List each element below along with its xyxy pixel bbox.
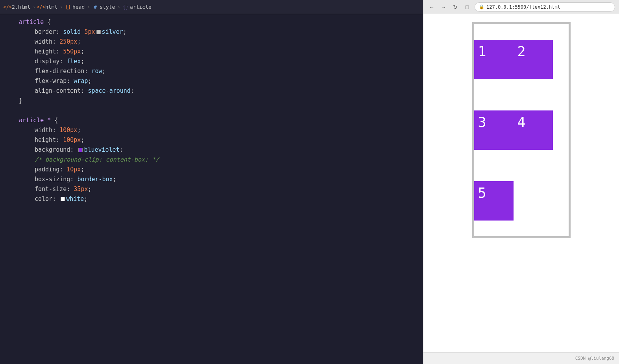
back-button[interactable]: ← (427, 3, 436, 11)
code-token-semi: ; (81, 136, 84, 143)
code-text: font-size: 35px; (35, 184, 92, 194)
code-token-property: width (35, 127, 52, 134)
code-line: } (0, 96, 423, 106)
reload-button[interactable]: ↻ (451, 3, 460, 11)
breadcrumb-separator: › (117, 4, 120, 10)
code-token-brace: { (54, 117, 58, 124)
code-line: display: flex; (0, 57, 423, 66)
code-token-semi: ; (81, 48, 84, 55)
code-token-colon: : (59, 58, 67, 65)
code-token-selector: article (19, 18, 47, 26)
tag-article-icon: {} (123, 4, 128, 10)
code-line: align-content: space-around; (0, 86, 423, 96)
code-text: width: 250px; (35, 37, 81, 46)
address-bar[interactable]: 🔒 127.0.0.1:5500/flex12.html (475, 2, 615, 12)
code-token-colon: : (70, 176, 77, 183)
code-text: height: 100px; (35, 135, 84, 145)
code-text: /* background-clip: content-box; */ (35, 155, 159, 164)
code-token-colon: : (52, 127, 59, 134)
code-token-property: padding (35, 166, 59, 173)
code-text: align-content: space-around; (35, 86, 134, 96)
code-area[interactable]: article {border: solid 5pxsilver;width: … (0, 14, 423, 364)
code-token-value-num: 100px (59, 127, 77, 134)
code-token-value-num: 550px (63, 48, 81, 55)
code-line: width: 250px; (0, 37, 423, 47)
breadcrumb-item-article[interactable]: {}article (123, 4, 152, 10)
code-token-swatch (78, 148, 83, 152)
code-token-brace: } (19, 97, 22, 104)
code-token-value-kw: solid (63, 28, 84, 35)
code-token-semi: ; (131, 87, 134, 94)
editor-panel: </>2.html›</>html›{}head›#style›{}articl… (0, 0, 423, 364)
code-token-semi: ; (77, 38, 81, 45)
code-text: box-sizing: border-box; (35, 175, 116, 184)
code-token-property: flex-wrap (35, 77, 67, 85)
code-token-semi: ; (88, 186, 91, 193)
code-line: width: 100px; (0, 125, 423, 135)
code-line: height: 550px; (0, 47, 423, 57)
code-text (3, 106, 7, 115)
code-token-property: height (35, 136, 56, 143)
tag-head-icon: {} (65, 4, 71, 10)
code-token-comment: /* background-clip: content-box; */ (35, 156, 159, 163)
code-token-colon: : (67, 77, 74, 85)
code-token-brace: { (47, 18, 51, 26)
code-token-property: height (35, 48, 56, 55)
code-token-colon: : (84, 68, 91, 75)
code-line (0, 106, 423, 116)
breadcrumb-item-head[interactable]: {}head (65, 4, 85, 10)
code-token-value-num: 250px (59, 38, 77, 45)
breadcrumb-label: head (72, 4, 85, 10)
browser-panel: ← → ↻ □ 🔒 127.0.0.1:5500/flex12.html 123… (423, 0, 619, 364)
code-token-colon: : (56, 28, 63, 35)
code-text: background: blueviolet; (35, 145, 123, 154)
code-token-value-kw: blueviolet (84, 146, 119, 153)
breadcrumb-item-style[interactable]: #style (92, 4, 115, 10)
code-token-value-kw: white (66, 195, 84, 202)
flex-item: 5 (474, 181, 514, 221)
code-token-selector: article * (19, 117, 54, 124)
code-token-value-kw: space-around (88, 87, 130, 94)
flex-item: 1 (474, 40, 514, 79)
code-text: display: flex; (35, 57, 84, 66)
code-token-property: width (35, 38, 52, 45)
code-line: box-sizing: border-box; (0, 175, 423, 184)
code-token-colon: : (56, 136, 63, 143)
browser-content: 12345 (423, 14, 619, 352)
code-text: flex-direction: row; (35, 66, 106, 76)
code-token-property: border (35, 28, 56, 35)
code-token-property: align-content (35, 87, 81, 94)
browser-footer: CSDN @liulang68 (423, 352, 619, 364)
code-token-value-num: 100px (63, 136, 81, 143)
home-button[interactable]: □ (463, 3, 471, 11)
code-text: color: white; (35, 194, 87, 204)
tag-style-icon: # (92, 4, 98, 10)
code-token-semi: ; (120, 146, 123, 153)
code-token-colon: : (81, 87, 88, 94)
code-token-value-num: 10px (67, 166, 81, 173)
breadcrumb-label: html (45, 4, 57, 10)
code-text: article { (19, 17, 51, 27)
code-token-swatch (61, 197, 65, 201)
breadcrumb-label: 2.html (12, 4, 30, 10)
code-token-property: font-size (35, 186, 67, 193)
code-line: flex-direction: row; (0, 66, 423, 76)
code-line: padding: 10px; (0, 165, 423, 175)
code-token-value-num: 5px (84, 28, 95, 35)
demo-article: 12345 (472, 22, 571, 238)
code-token-swatch (96, 30, 101, 34)
breadcrumb-label: style (100, 4, 115, 10)
code-token-semi: ; (77, 127, 81, 134)
code-line: font-size: 35px; (0, 184, 423, 194)
code-token-semi: ; (113, 176, 116, 183)
breadcrumb-bar: </>2.html›</>html›{}head›#style›{}articl… (0, 0, 423, 14)
code-token-value-kw: silver (102, 28, 123, 35)
breadcrumb-separator: › (60, 4, 63, 10)
code-token-semi: ; (123, 28, 127, 35)
code-text: height: 550px; (35, 47, 84, 56)
breadcrumb-item-2html[interactable]: </>2.html (5, 4, 30, 10)
code-text: article * { (19, 116, 58, 125)
breadcrumb-item-html[interactable]: </>html (38, 4, 57, 10)
code-token-property: display (35, 58, 59, 65)
forward-button[interactable]: → (439, 3, 448, 11)
